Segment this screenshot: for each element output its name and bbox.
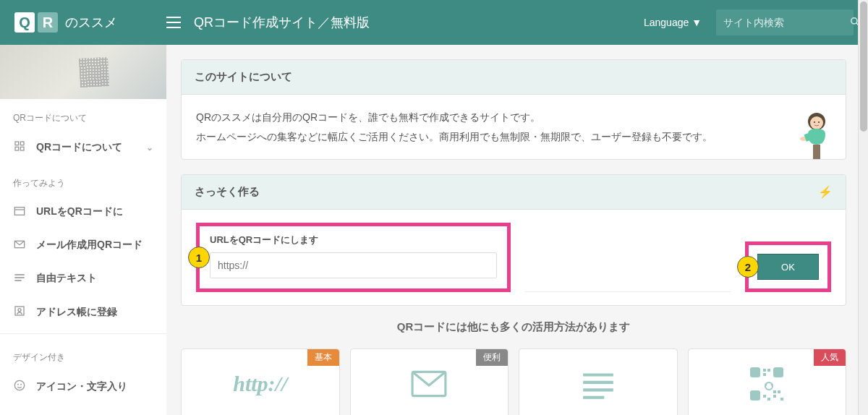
hamburger-icon[interactable] xyxy=(166,17,181,28)
search-box[interactable] xyxy=(716,9,854,35)
svg-point-16 xyxy=(21,384,22,385)
sidebar-item-mail[interactable]: メール作成用QRコード xyxy=(0,228,166,262)
sidebar-item-label: QRコードについて xyxy=(36,141,136,154)
svg-rect-3 xyxy=(20,142,24,145)
svg-rect-29 xyxy=(750,367,760,377)
logo[interactable]: Q R のススメ xyxy=(14,12,166,33)
about-text: QRのススメは自分用のQRコードを、誰でも無料で作成できるサイトです。 ホームペ… xyxy=(196,108,831,146)
sidebar-heading-design: デザイン付き xyxy=(0,338,166,369)
svg-rect-39 xyxy=(778,390,780,393)
sidebar-item-addressbook[interactable]: アドレス帳に登録 xyxy=(0,295,166,329)
svg-rect-6 xyxy=(14,207,24,215)
step-badge-2: 2 xyxy=(737,256,759,278)
ok-button-highlight: 2 OK xyxy=(745,241,831,292)
svg-rect-38 xyxy=(773,390,776,393)
envelope-icon xyxy=(13,239,26,251)
card-mail[interactable]: 便利 メール作成用QR xyxy=(350,348,509,415)
svg-point-32 xyxy=(765,382,773,390)
svg-point-0 xyxy=(851,17,857,23)
lines-icon xyxy=(13,273,26,284)
scrollbar[interactable] xyxy=(858,0,868,415)
card-tag-convenient: 便利 xyxy=(476,349,508,366)
sidebar-item-design[interactable]: アイコン・文字入り xyxy=(0,369,166,403)
sidebar-item-text[interactable]: 自由テキスト xyxy=(0,262,166,295)
svg-point-19 xyxy=(814,121,815,123)
main-content: このサイトについて QRのススメは自分用のQRコードを、誰でも無料で作成できるサ… xyxy=(166,45,868,415)
person-illustration xyxy=(795,108,838,159)
chevron-down-icon: ⌄ xyxy=(146,142,153,153)
window-icon xyxy=(13,206,26,218)
card-url[interactable]: 基本 http:// URLをQRコードに xyxy=(181,348,340,415)
sidebar-heading-try: 作ってみよう xyxy=(0,164,166,195)
svg-rect-5 xyxy=(20,147,24,150)
logo-q-icon: Q xyxy=(14,12,35,33)
url-input[interactable] xyxy=(210,252,497,278)
svg-rect-37 xyxy=(763,373,766,376)
svg-point-20 xyxy=(818,121,820,123)
envelope-icon xyxy=(358,362,501,406)
smile-icon xyxy=(13,380,26,393)
ok-button[interactable]: OK xyxy=(757,254,819,280)
sidebar-heading-about: QRコードについて xyxy=(0,99,166,130)
step-badge-1: 1 xyxy=(188,247,210,268)
svg-rect-42 xyxy=(763,395,766,398)
svg-rect-35 xyxy=(763,369,766,372)
svg-rect-30 xyxy=(773,367,783,377)
sidebar-item-label: アイコン・文字入り xyxy=(36,380,153,393)
language-selector[interactable]: Language ▼ xyxy=(644,17,702,28)
page-title: QRコード作成サイト／無料版 xyxy=(194,14,644,31)
svg-rect-40 xyxy=(773,395,776,398)
svg-point-34 xyxy=(771,384,773,386)
lines-icon xyxy=(527,362,670,406)
lightning-icon: ⚡ xyxy=(818,185,833,199)
svg-rect-2 xyxy=(15,142,19,145)
input-spacer xyxy=(525,266,731,292)
card-tag-basic: 基本 xyxy=(307,349,339,366)
card-design[interactable]: 人気 デザイン付き xyxy=(688,348,847,415)
svg-rect-36 xyxy=(767,369,770,372)
search-input[interactable] xyxy=(723,17,850,28)
sidebar: QRコードについて QRコードについて ⌄ 作ってみよう URLをQRコードに … xyxy=(0,45,166,415)
sidebar-item-about[interactable]: QRコードについて ⌄ xyxy=(0,130,166,164)
person-card-icon xyxy=(13,305,26,319)
cards-section-title: QRコードには他にも多くの活用方法があります xyxy=(181,320,846,334)
sidebar-item-label: アドレス帳に登録 xyxy=(36,306,153,319)
create-panel: さっそく作る ⚡ 1 URLをQRコードにします 2 OK xyxy=(181,174,846,306)
card-tag-popular: 人気 xyxy=(814,349,846,366)
svg-point-13 xyxy=(18,309,21,312)
sidebar-item-label: メール作成用QRコード xyxy=(36,239,153,252)
svg-point-18 xyxy=(810,116,823,129)
http-icon: http:// xyxy=(189,362,332,406)
svg-rect-43 xyxy=(767,398,770,401)
svg-point-14 xyxy=(14,380,24,390)
divider xyxy=(0,333,166,334)
about-panel-title: このサイトについて xyxy=(182,60,846,95)
grid-icon xyxy=(13,140,26,154)
svg-rect-21 xyxy=(813,145,820,159)
logo-r-icon: R xyxy=(38,12,58,33)
sidebar-hero-image xyxy=(0,45,166,99)
svg-rect-41 xyxy=(780,398,783,401)
svg-rect-31 xyxy=(750,390,760,401)
create-panel-title: さっそく作る ⚡ xyxy=(182,175,846,210)
cards-row: 基本 http:// URLをQRコードに 便利 メール作成用QR 自由テキスト… xyxy=(181,348,846,415)
header: Q R のススメ QRコード作成サイト／無料版 Language ▼ xyxy=(0,0,868,45)
scrollbar-thumb[interactable] xyxy=(860,1,867,132)
logo-text: のススメ xyxy=(65,14,117,31)
svg-point-15 xyxy=(18,384,19,385)
url-field-highlight: 1 URLをQRコードにします xyxy=(196,223,511,292)
sidebar-item-label: 自由テキスト xyxy=(36,272,153,285)
url-field-label: URLをQRコードにします xyxy=(210,234,497,247)
svg-rect-4 xyxy=(15,147,19,150)
sidebar-item-label: URLをQRコードに xyxy=(36,205,153,218)
about-panel: このサイトについて QRのススメは自分用のQRコードを、誰でも無料で作成できるサ… xyxy=(181,59,846,160)
sidebar-item-url[interactable]: URLをQRコードに xyxy=(0,195,166,228)
qr-design-icon xyxy=(696,362,839,406)
card-text[interactable]: 自由テキスト xyxy=(519,348,678,415)
svg-point-33 xyxy=(765,384,767,386)
